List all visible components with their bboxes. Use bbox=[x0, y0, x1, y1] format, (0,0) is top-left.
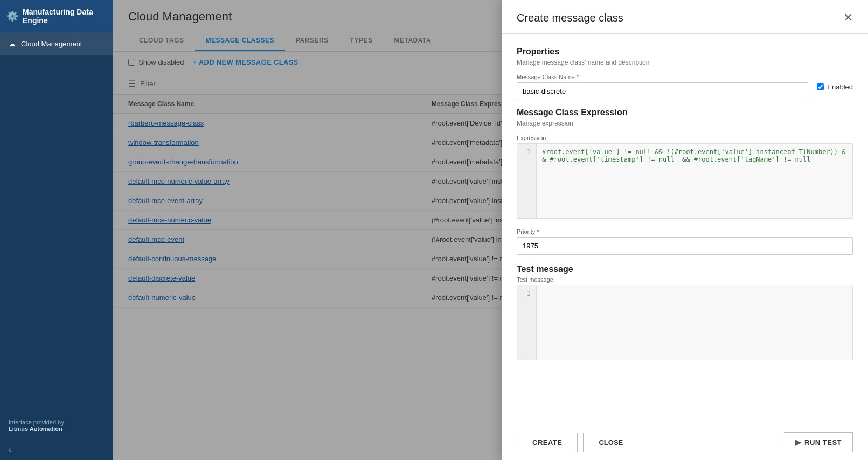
test-message-title: Test message bbox=[517, 264, 853, 274]
name-label: Message Class Name * bbox=[517, 74, 808, 80]
name-field-group: Message Class Name * bbox=[517, 74, 808, 100]
play-icon: ▶ bbox=[795, 438, 802, 447]
name-row: Message Class Name * Enabled bbox=[517, 74, 853, 100]
sidebar-collapse-button[interactable]: ‹ bbox=[0, 440, 113, 460]
expression-editor[interactable]: 1 #root.event['value'] != null && !(#roo… bbox=[517, 143, 853, 219]
sidebar-item-cloud-management[interactable]: ☁ Cloud Management bbox=[0, 32, 113, 55]
test-message-section: Test message Test message 1 bbox=[517, 264, 853, 360]
expression-section: Message Class Expression Manage expressi… bbox=[517, 108, 853, 219]
drawer-header: Create message class ✕ bbox=[502, 0, 868, 34]
drawer-footer: CREATE CLOSE ▶ RUN TEST bbox=[502, 424, 868, 460]
properties-subtitle: Manage message class' name and descripti… bbox=[517, 59, 853, 66]
expression-title: Message Class Expression bbox=[517, 108, 853, 117]
test-message-editor[interactable]: 1 bbox=[517, 285, 853, 360]
drawer-body: Properties Manage message class' name an… bbox=[502, 34, 868, 424]
sidebar-footer: Interface provided by Litmus Automation bbox=[0, 412, 113, 440]
run-test-button[interactable]: ▶ RUN TEST bbox=[784, 432, 853, 452]
expression-label: Expression bbox=[517, 135, 853, 141]
priority-input[interactable] bbox=[517, 237, 853, 255]
cloud-mgmt-icon: ☁ bbox=[9, 40, 16, 48]
app-header: ⚙️ Manufacturing Data Engine bbox=[0, 0, 113, 32]
expression-code[interactable]: #root.event['value'] != null && !(#root.… bbox=[537, 144, 852, 218]
expression-subtitle: Manage expression bbox=[517, 120, 853, 127]
enabled-label: Enabled bbox=[827, 83, 853, 91]
app-title: Manufacturing Data Engine bbox=[23, 8, 107, 25]
footer-left-buttons: CREATE CLOSE bbox=[517, 433, 638, 452]
enabled-checkbox[interactable] bbox=[817, 83, 824, 90]
properties-title: Properties bbox=[517, 47, 853, 57]
footer-brand: Litmus Automation bbox=[9, 426, 105, 432]
enabled-checkbox-row[interactable]: Enabled bbox=[817, 83, 853, 91]
create-button[interactable]: CREATE bbox=[517, 433, 578, 452]
properties-section: Properties Manage message class' name an… bbox=[517, 47, 853, 100]
create-message-class-drawer: Create message class ✕ Properties Manage… bbox=[502, 0, 868, 460]
priority-label: Priority * bbox=[517, 228, 853, 235]
test-message-label: Test message bbox=[517, 276, 853, 283]
drawer-close-button[interactable]: ✕ bbox=[843, 11, 853, 25]
drawer-title: Create message class bbox=[517, 12, 623, 24]
message-class-name-input[interactable] bbox=[517, 82, 808, 100]
priority-field-group: Priority * bbox=[517, 228, 853, 255]
sidebar-item-label: Cloud Management bbox=[21, 40, 82, 48]
app-icon: ⚙️ bbox=[6, 10, 18, 22]
run-test-label: RUN TEST bbox=[804, 438, 842, 447]
close-button[interactable]: CLOSE bbox=[583, 433, 638, 452]
test-message-code[interactable] bbox=[537, 285, 852, 360]
footer-text: Interface provided by bbox=[9, 419, 64, 426]
expression-line-numbers: 1 bbox=[517, 144, 537, 218]
test-message-line-numbers: 1 bbox=[517, 285, 537, 360]
test-line-number-1: 1 bbox=[523, 290, 531, 297]
line-number-1: 1 bbox=[523, 148, 531, 156]
priority-section: Priority * bbox=[517, 228, 853, 255]
sidebar: ⚙️ Manufacturing Data Engine ☁ Cloud Man… bbox=[0, 0, 113, 460]
